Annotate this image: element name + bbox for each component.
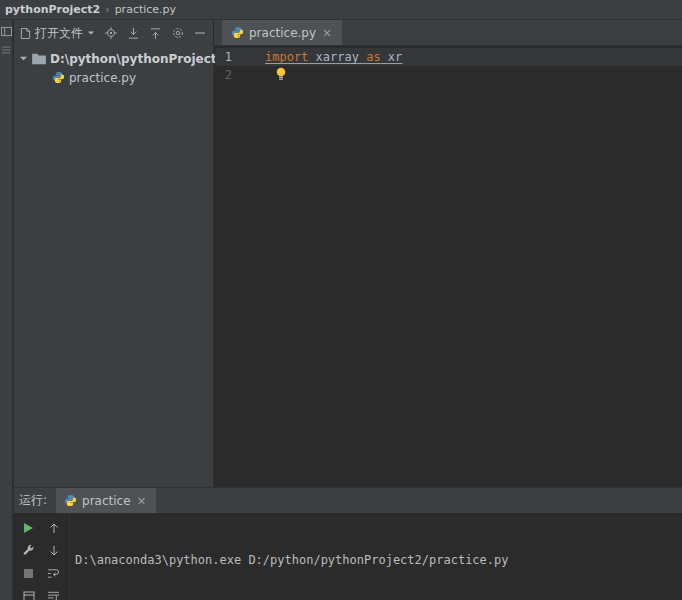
editor-tabstrip: practice.py × (214, 20, 682, 46)
run-tab-label: practice (82, 494, 131, 508)
run-tab-practice[interactable]: practice × (56, 488, 156, 513)
console-toolbar-divider (69, 513, 70, 600)
console-output: D:\anaconda3\python.exe D:/python/python… (75, 518, 660, 600)
tree-root-label: D:\python\pythonProject2 (50, 52, 225, 66)
tree-file-label: practice.py (69, 71, 136, 85)
open-file-label: 打开文件 (35, 25, 83, 42)
breadcrumb-separator-icon: › (105, 3, 109, 16)
editor-tab-practice[interactable]: practice.py × (222, 20, 342, 45)
rerun-icon[interactable] (20, 519, 38, 537)
collapse-all-icon[interactable] (124, 24, 141, 43)
breadcrumb-file[interactable]: practice.py (115, 3, 176, 16)
run-label: 运行: (19, 492, 47, 509)
down-stack-icon[interactable] (45, 542, 63, 560)
tree-root-row[interactable]: D:\python\pythonProject2 (14, 49, 213, 68)
stop-icon[interactable] (20, 565, 38, 583)
code-line-1: import xarray as xr (265, 48, 402, 66)
restore-layout-icon[interactable] (20, 588, 38, 600)
run-panel-header: 运行: practice × (14, 487, 682, 513)
expand-all-icon[interactable] (147, 24, 164, 43)
project-panel: D:\python\pythonProject2 practice.py (14, 46, 214, 487)
scroll-to-end-icon[interactable] (45, 588, 63, 600)
run-console[interactable]: D:\anaconda3\python.exe D:/python/python… (14, 513, 682, 600)
intention-bulb-icon[interactable] (275, 67, 287, 81)
line-number: 1 (215, 48, 239, 66)
code-token-keyword: import (265, 50, 308, 64)
open-file-dropdown[interactable]: 打开文件 (18, 23, 97, 44)
soft-wrap-icon[interactable] (45, 565, 63, 583)
up-stack-icon[interactable] (45, 519, 63, 537)
python-run-icon (64, 494, 77, 507)
wrench-settings-icon[interactable] (20, 542, 38, 560)
breadcrumb-project[interactable]: pythonProject2 (5, 3, 100, 16)
editor-area[interactable]: 1 2 import xarray as xr (215, 46, 682, 487)
project-toolbar: 打开文件 (14, 20, 213, 46)
python-file-icon (52, 71, 65, 84)
locate-file-icon[interactable] (102, 24, 119, 43)
tab-close-icon[interactable]: × (321, 26, 333, 40)
tree-file-row[interactable]: practice.py (14, 68, 213, 87)
python-file-icon (231, 26, 244, 39)
settings-gear-icon[interactable] (169, 24, 186, 43)
code-token-module: xarray (308, 50, 366, 64)
dropdown-arrow-icon (87, 29, 95, 37)
hide-panel-icon[interactable] (192, 24, 209, 43)
console-command-line: D:\anaconda3\python.exe D:/python/python… (75, 552, 660, 569)
folder-icon (32, 53, 46, 65)
code-token-alias: xr (381, 50, 403, 64)
chevron-down-icon (19, 54, 28, 63)
toolwindow-stripe (0, 20, 13, 600)
code-token-keyword: as (366, 50, 380, 64)
line-number: 2 (215, 66, 239, 84)
project-stripe-icon[interactable] (1, 26, 12, 37)
editor-tab-label: practice.py (249, 26, 316, 40)
editor-gutter[interactable]: 1 2 (215, 48, 239, 84)
run-tab-close-icon[interactable]: × (136, 494, 148, 508)
console-toolbar (16, 516, 66, 600)
structure-stripe-icon[interactable] (1, 45, 11, 55)
import-statement: import xarray as xr (265, 50, 402, 64)
breadcrumb: pythonProject2 › practice.py (0, 0, 682, 20)
pycharm-window: pythonProject2 › practice.py 打开文件 (0, 0, 682, 600)
file-icon (20, 27, 31, 40)
